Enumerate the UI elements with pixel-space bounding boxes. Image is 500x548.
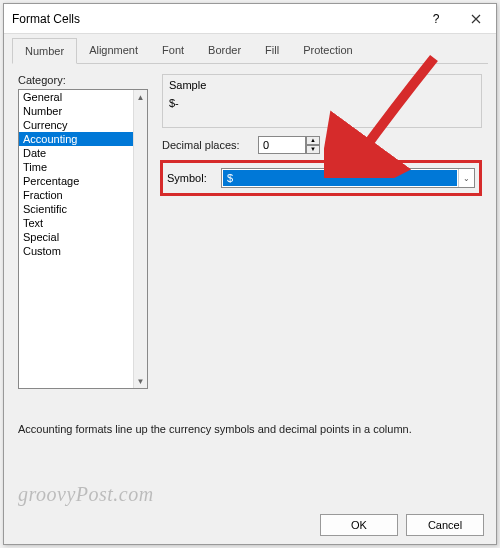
dialog-title: Format Cells — [12, 12, 416, 26]
tab-number[interactable]: Number — [12, 38, 77, 64]
category-label: Category: — [18, 74, 150, 86]
tab-alignment[interactable]: Alignment — [77, 38, 150, 64]
symbol-value: $ — [223, 170, 457, 186]
decimal-places-input[interactable] — [258, 136, 306, 154]
category-item-text[interactable]: Text — [19, 216, 147, 230]
format-description: Accounting formats line up the currency … — [4, 423, 496, 435]
symbol-label: Symbol: — [163, 172, 215, 184]
dialog-footer: OK Cancel — [320, 514, 484, 536]
category-item-accounting[interactable]: Accounting — [19, 132, 147, 146]
category-item-time[interactable]: Time — [19, 160, 147, 174]
watermark: groovyPost.com — [18, 483, 154, 506]
sample-label: Sample — [169, 79, 475, 91]
format-cells-dialog: Format Cells ? Number Alignment Font Bor… — [3, 3, 497, 545]
decimal-places-label: Decimal places: — [162, 139, 252, 151]
chevron-down-icon[interactable]: ⌄ — [458, 169, 474, 187]
close-icon — [471, 14, 481, 24]
decimal-places-row: Decimal places: ▲ ▼ — [162, 136, 482, 154]
tab-protection[interactable]: Protection — [291, 38, 365, 64]
category-listbox[interactable]: General Number Currency Accounting Date … — [18, 89, 148, 389]
cancel-button[interactable]: Cancel — [406, 514, 484, 536]
tab-fill[interactable]: Fill — [253, 38, 291, 64]
tab-bar: Number Alignment Font Border Fill Protec… — [4, 38, 496, 64]
category-item-number[interactable]: Number — [19, 104, 147, 118]
sample-box: Sample $- — [162, 74, 482, 128]
category-item-percentage[interactable]: Percentage — [19, 174, 147, 188]
category-item-currency[interactable]: Currency — [19, 118, 147, 132]
decimal-places-spinner[interactable]: ▲ ▼ — [258, 136, 320, 154]
titlebar: Format Cells ? — [4, 4, 496, 34]
category-item-custom[interactable]: Custom — [19, 244, 147, 258]
category-item-scientific[interactable]: Scientific — [19, 202, 147, 216]
tab-border[interactable]: Border — [196, 38, 253, 64]
listbox-scrollbar[interactable]: ▲ ▼ — [133, 90, 147, 388]
symbol-combobox[interactable]: $ ⌄ — [221, 168, 475, 188]
help-button[interactable]: ? — [416, 4, 456, 34]
category-item-fraction[interactable]: Fraction — [19, 188, 147, 202]
category-item-date[interactable]: Date — [19, 146, 147, 160]
spinner-up-icon[interactable]: ▲ — [306, 136, 320, 145]
scroll-up-icon[interactable]: ▲ — [134, 90, 148, 104]
sample-value: $- — [169, 97, 475, 109]
category-item-general[interactable]: General — [19, 90, 147, 104]
ok-button[interactable]: OK — [320, 514, 398, 536]
close-button[interactable] — [456, 4, 496, 34]
tab-content: Category: General Number Currency Accoun… — [4, 64, 496, 389]
tab-font[interactable]: Font — [150, 38, 196, 64]
scroll-down-icon[interactable]: ▼ — [134, 374, 148, 388]
category-item-special[interactable]: Special — [19, 230, 147, 244]
symbol-highlight: Symbol: $ ⌄ — [160, 160, 482, 196]
spinner-down-icon[interactable]: ▼ — [306, 145, 320, 154]
